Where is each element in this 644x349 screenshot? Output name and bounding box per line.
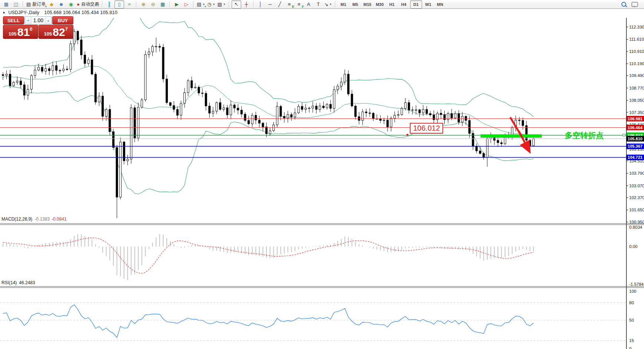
price-tick-label: 108.770 <box>629 86 644 90</box>
tf-h4[interactable]: H4 <box>398 1 409 8</box>
candle <box>372 113 374 119</box>
toolbar-group: ▶▷ <box>172 1 191 8</box>
vertical-line-icon[interactable]: │ <box>256 1 265 8</box>
line-chart-icon[interactable]: ≈ <box>125 1 134 8</box>
text-icon[interactable]: A <box>304 1 313 8</box>
periods-button[interactable]: ◷▼ <box>206 1 216 8</box>
candle <box>497 140 499 142</box>
arrows-icon[interactable]: ↘▼ <box>323 1 333 8</box>
volume-down-button[interactable]: ▼ <box>25 17 31 24</box>
tf-m5[interactable]: M5 <box>350 1 361 8</box>
one-click-toggle-icon[interactable]: ▲ <box>2 10 6 14</box>
tile-windows-icon[interactable]: ▦ <box>158 1 167 8</box>
community-icon[interactable]: ☻ <box>57 1 66 8</box>
highlight-bar[interactable] <box>481 134 542 138</box>
rsi-scale-label: 50 <box>629 318 634 322</box>
candle <box>209 106 210 113</box>
price-callout-106012[interactable]: 106.012 <box>410 123 443 134</box>
chart-shift-icon[interactable]: ▷ <box>182 1 191 8</box>
zoom-in-icon[interactable]: ⊕ <box>139 1 148 8</box>
candle <box>38 67 40 70</box>
signals-icon[interactable]: ◉ <box>66 1 75 8</box>
crosshair-icon[interactable]: ┼ <box>242 1 251 8</box>
price-tag-label: 105.367 <box>628 144 643 148</box>
rsi-value: 46.2483 <box>19 280 35 285</box>
label-anchor-handle[interactable] <box>406 134 408 136</box>
rsi-scale-label: 100 <box>629 289 636 293</box>
candle <box>518 120 520 121</box>
candle <box>134 108 136 138</box>
candlestick-chart-icon[interactable]: ▯ <box>114 0 124 9</box>
candle <box>301 106 303 109</box>
autotrading-button[interactable]: ●自动交易 <box>76 1 100 8</box>
toolbar-group: │─╱≡E≡FAT↘▼ <box>256 1 333 8</box>
candle <box>23 85 25 95</box>
note-text: 多空转折点 <box>565 131 604 140</box>
candle <box>52 66 54 71</box>
candle <box>326 104 328 108</box>
market-icon[interactable]: ◆ <box>47 1 56 8</box>
candle <box>330 104 332 108</box>
macd-scale-label: 0.00 <box>629 244 637 249</box>
tf-h1[interactable]: H1 <box>386 1 398 8</box>
volume-value[interactable]: 1.00 <box>31 17 45 24</box>
equidistant-channel-icon[interactable]: ≡E <box>285 1 294 8</box>
candle <box>444 115 445 120</box>
candle <box>333 90 335 108</box>
tf-m30[interactable]: M30 <box>374 1 385 8</box>
candle <box>77 31 79 40</box>
candle <box>379 119 381 121</box>
sell-price-button[interactable]: 105 81 0 <box>3 25 38 39</box>
candle <box>419 110 421 113</box>
candle <box>84 55 86 63</box>
line-end-handle[interactable] <box>623 134 625 136</box>
data-window-icon[interactable]: ◫ <box>11 1 20 8</box>
candle <box>102 96 104 117</box>
volume-box: ▼ 1.00 ▲ <box>24 16 52 24</box>
candle <box>94 74 96 102</box>
zoom-out-icon[interactable]: ⊖ <box>149 1 157 8</box>
candle <box>141 100 143 107</box>
candle <box>454 114 456 118</box>
charts-window-icon[interactable]: ▦ <box>2 1 11 8</box>
tf-m15[interactable]: M15 <box>362 1 373 8</box>
buy-price-button[interactable]: 105 82 7 <box>39 25 74 39</box>
candle <box>56 66 57 70</box>
fibonacci-icon[interactable]: ≡F <box>295 1 303 8</box>
candle <box>41 67 43 71</box>
horizontal-line-icon[interactable]: ─ <box>266 1 275 8</box>
search-icon[interactable] <box>621 2 626 7</box>
volume-up-button[interactable]: ▲ <box>45 17 52 24</box>
candle <box>105 110 107 117</box>
buy-button[interactable]: BUY <box>52 16 73 24</box>
templates-button[interactable]: ▧▼ <box>217 1 226 8</box>
candle <box>130 108 132 159</box>
price-tag-label: 106.981 <box>628 117 643 121</box>
text-label-icon[interactable]: T <box>314 1 323 8</box>
candle <box>255 115 257 120</box>
bar-chart-icon[interactable]: ║ <box>105 1 114 8</box>
auto-scroll-icon[interactable]: ▶ <box>172 1 181 8</box>
toolbar-separator <box>253 1 254 7</box>
candle <box>433 115 435 120</box>
macd-signal-value: -0.0841 <box>52 217 67 222</box>
price-chart-canvas[interactable]: 多空转折点112.330111.610110.910110.190109.490… <box>0 9 644 349</box>
tf-mn[interactable]: MN <box>435 1 446 8</box>
main-toolbar: ▦◫▤+新订单◆☻◉●自动交易║▯≈⊕⊖▦▶▷▤+▼◷▼▧▼↖┼│─╱≡E≡FA… <box>0 0 644 9</box>
tf-d1[interactable]: D1 <box>410 0 422 9</box>
indicators-button[interactable]: ▤+▼ <box>196 1 206 8</box>
trendline-icon[interactable]: ╱ <box>275 1 284 8</box>
candle <box>98 96 100 102</box>
tf-m1[interactable]: M1 <box>338 1 349 8</box>
cursor-icon[interactable]: ↖ <box>232 0 241 9</box>
candle <box>287 115 289 118</box>
price-tick-label: 107.350 <box>629 110 644 115</box>
chat-icon[interactable] <box>631 2 638 7</box>
candle <box>348 74 349 94</box>
tf-w1[interactable]: W1 <box>423 1 434 8</box>
rsi-scale-label: 15 <box>629 338 634 343</box>
candle <box>397 115 399 115</box>
new-order-button[interactable]: ▤+新订单 <box>26 1 46 8</box>
sell-button[interactable]: SELL <box>3 16 24 24</box>
candle <box>145 55 146 100</box>
